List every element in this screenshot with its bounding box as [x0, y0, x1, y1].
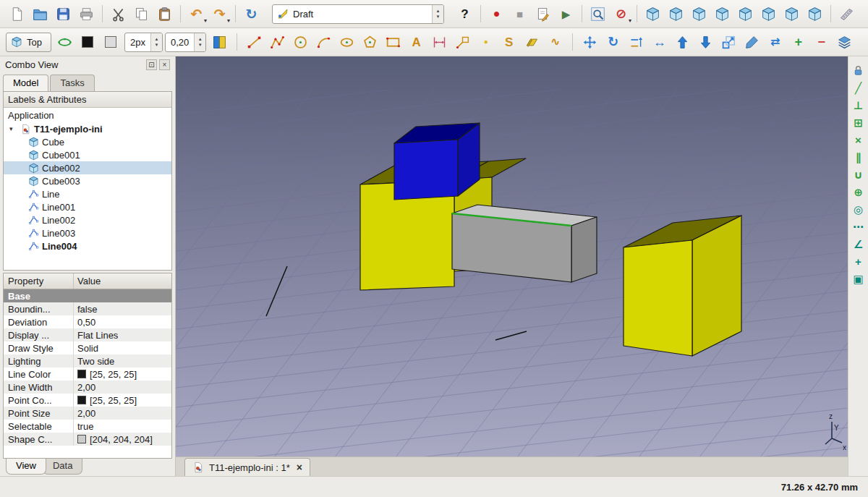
right-cube-side-face[interactable] — [692, 216, 741, 356]
draft-polygon-button[interactable] — [359, 31, 381, 54]
snap-endpoint-button[interactable]: ╱ — [850, 80, 867, 96]
tree-item-Cube001[interactable]: Cube001 — [4, 148, 171, 161]
spin-down-icon[interactable]: ▼ — [198, 42, 203, 48]
snap-angle-button[interactable]: ∠ — [850, 236, 867, 252]
macro-edit-button[interactable] — [532, 3, 554, 25]
tree-item-T11-ejemplo-ini[interactable]: ▾T11-ejemplo-ini — [4, 122, 171, 135]
cut-button[interactable] — [107, 3, 129, 25]
document-tab[interactable]: T11-ejemplo-ini : 1* × — [184, 458, 310, 476]
macro-execute-button[interactable]: ▶ — [555, 3, 577, 25]
draft-ellipse-button[interactable] — [336, 31, 358, 54]
workbench-spinner[interactable]: ▲▼ — [432, 5, 443, 23]
box-zoom-button[interactable] — [587, 3, 609, 25]
spin-up-icon[interactable]: ▲ — [154, 36, 158, 42]
beam-end-face[interactable] — [571, 217, 597, 282]
property-value[interactable]: Flat Lines — [74, 330, 171, 341]
tab-tasks[interactable]: Tasks — [50, 75, 94, 91]
draft-dimension-button[interactable] — [428, 31, 451, 54]
snap-extension-button[interactable]: + — [850, 253, 867, 270]
property-value[interactable]: 2,00 — [74, 408, 171, 419]
property-value[interactable]: 2,00 — [74, 382, 171, 393]
draft-upgrade-button[interactable] — [671, 31, 694, 54]
whats-this-button[interactable]: ? — [454, 3, 476, 25]
snap-center-button[interactable]: ⊕ — [850, 184, 867, 200]
draft-to-sketch-button[interactable]: ⇄ — [764, 31, 786, 54]
tree-item-Line003[interactable]: Line003 — [4, 226, 171, 239]
tab-data[interactable]: Data — [43, 459, 82, 475]
tree-item-Line002[interactable]: Line002 — [4, 213, 171, 226]
draft-arc-button[interactable] — [312, 31, 335, 54]
draft-edit-button[interactable] — [741, 31, 763, 54]
view-bottom-button[interactable] — [780, 3, 803, 25]
draft-remove-point-button[interactable]: − — [810, 31, 833, 54]
undo-button[interactable]: ↶▾ — [185, 3, 208, 25]
spin-down-icon[interactable]: ▼ — [436, 14, 441, 20]
property-row-draw-style[interactable]: Draw StyleSolid — [4, 341, 171, 354]
view-rear-button[interactable] — [757, 3, 780, 25]
draft-polyline-button[interactable] — [266, 31, 289, 54]
expander-icon[interactable]: ▾ — [9, 125, 17, 132]
property-row-line-width[interactable]: Line Width2,00 — [4, 381, 171, 394]
draft-circle-button[interactable] — [289, 31, 312, 54]
snap-grid-button[interactable]: ⊞ — [850, 114, 867, 131]
spin-down-icon[interactable]: ▼ — [154, 42, 158, 48]
line-width-spinbox[interactable]: 2px ▲▼ — [124, 33, 163, 52]
snap-midpoint-button[interactable]: ⊥ — [850, 97, 867, 114]
snap-working-plane-button[interactable]: ▣ — [850, 271, 867, 287]
property-row-selectable[interactable]: Selectabletrue — [4, 420, 171, 433]
property-row-boundin-[interactable]: Boundin...false — [4, 302, 171, 315]
macro-record-button[interactable]: ● — [485, 3, 508, 25]
apply-current-style-button[interactable] — [208, 31, 231, 54]
draft-label-button[interactable] — [451, 31, 474, 54]
view-direction-button[interactable]: Top — [6, 33, 51, 52]
macro-stop-button[interactable]: ■ — [509, 3, 531, 25]
snap-lock-button[interactable] — [850, 62, 867, 79]
draft-text-button[interactable]: A — [405, 31, 427, 54]
save-document-button[interactable] — [52, 3, 75, 25]
redo-button[interactable]: ↷▾ — [208, 3, 231, 25]
tab-view[interactable]: View — [6, 459, 46, 475]
property-value[interactable]: [25, 25, 25] — [74, 369, 171, 380]
property-row-shape-c-[interactable]: Shape C...[204, 204, 204] — [4, 433, 171, 446]
line-color-button[interactable] — [77, 31, 99, 54]
property-row-deviation[interactable]: Deviation0,50 — [4, 315, 171, 328]
spin-up-icon[interactable]: ▲ — [198, 36, 203, 42]
draft-offset-button[interactable] — [625, 31, 647, 54]
paste-button[interactable] — [153, 3, 176, 25]
viewport-3d[interactable]: z Y x — [176, 56, 848, 456]
copy-button[interactable] — [130, 3, 153, 25]
snap-tangent-button[interactable]: ∪ — [850, 166, 867, 183]
property-value[interactable]: [25, 25, 25] — [74, 395, 171, 406]
property-row-point-co-[interactable]: Point Co...[25, 25, 25] — [4, 394, 171, 407]
blue-cube-front-face[interactable] — [394, 140, 458, 200]
property-value[interactable]: Solid — [74, 343, 171, 354]
view-front-button[interactable] — [688, 3, 710, 25]
property-value[interactable]: Two side — [74, 356, 171, 367]
open-document-button[interactable] — [29, 3, 51, 25]
tree-item-Cube[interactable]: Cube — [4, 135, 171, 148]
tab-model[interactable]: Model — [3, 75, 48, 91]
tree-item-Cube002[interactable]: Cube002 — [4, 161, 171, 174]
draft-facebinder-button[interactable] — [521, 31, 543, 54]
property-row-line-color[interactable]: Line Color[25, 25, 25] — [4, 368, 171, 381]
workbench-selector[interactable]: Draft ▲▼ — [272, 4, 444, 24]
face-color-button[interactable] — [100, 31, 122, 54]
select-plane-button[interactable] — [54, 31, 76, 54]
tree-item-Line[interactable]: Line — [4, 187, 171, 200]
property-value[interactable]: true — [74, 421, 171, 432]
new-document-button[interactable] — [6, 3, 28, 25]
draft-scale-button[interactable] — [718, 31, 740, 54]
draft-move-button[interactable] — [579, 31, 601, 54]
measure-distance-button[interactable] — [835, 3, 858, 25]
view-isometric-button[interactable] — [665, 3, 687, 25]
draft-line-button[interactable] — [243, 31, 265, 54]
draft-rotate-button[interactable]: ↻ — [602, 31, 624, 54]
text-scale-spinbox[interactable]: 0,20 ▲▼ — [165, 33, 206, 52]
snap-ortho-button[interactable]: ⋯ — [850, 218, 867, 235]
draft-downgrade-button[interactable] — [694, 31, 717, 54]
draft-trimex-button[interactable]: ↔ — [648, 31, 671, 54]
snap-circle-button[interactable]: ◎ — [850, 201, 867, 218]
float-panel-button[interactable]: ⊡ — [146, 59, 157, 70]
draft-point-button[interactable]: ● — [475, 31, 497, 54]
property-row-display-[interactable]: Display ...Flat Lines — [4, 328, 171, 341]
